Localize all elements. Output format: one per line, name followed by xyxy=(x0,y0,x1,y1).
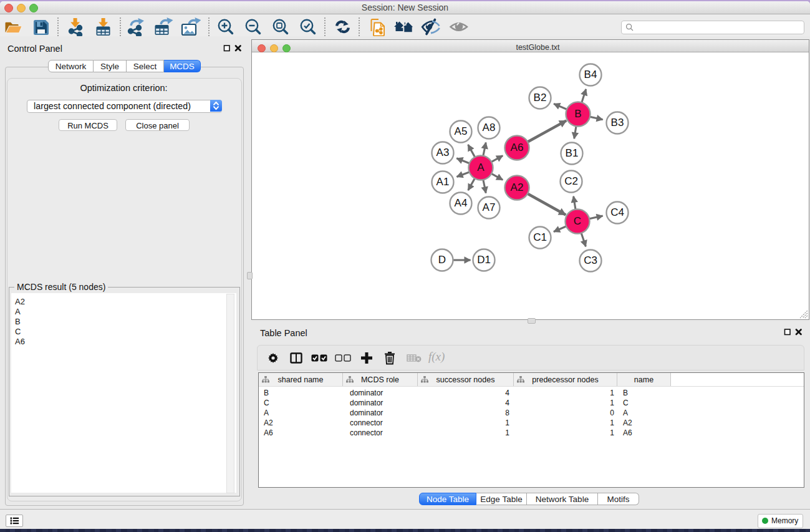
svg-text:A4: A4 xyxy=(455,197,468,209)
svg-text:C1: C1 xyxy=(533,231,547,243)
svg-text:C3: C3 xyxy=(584,254,597,266)
svg-text:A1: A1 xyxy=(436,176,450,188)
svg-text:A: A xyxy=(477,162,485,173)
svg-text:C2: C2 xyxy=(564,175,578,187)
svg-text:A7: A7 xyxy=(483,201,496,213)
svg-text:B4: B4 xyxy=(584,69,597,80)
svg-text:B1: B1 xyxy=(566,147,579,159)
svg-text:B2: B2 xyxy=(534,92,547,104)
svg-text:A6: A6 xyxy=(511,142,524,153)
svg-text:D: D xyxy=(438,254,446,266)
svg-text:D1: D1 xyxy=(477,254,491,266)
svg-text:B: B xyxy=(574,108,581,120)
svg-text:C4: C4 xyxy=(610,206,624,218)
svg-text:A5: A5 xyxy=(455,125,468,137)
svg-text:A8: A8 xyxy=(483,122,496,133)
svg-text:A3: A3 xyxy=(436,147,450,158)
svg-text:A2: A2 xyxy=(511,181,524,193)
svg-text:B3: B3 xyxy=(611,117,624,128)
svg-text:C: C xyxy=(574,215,581,227)
